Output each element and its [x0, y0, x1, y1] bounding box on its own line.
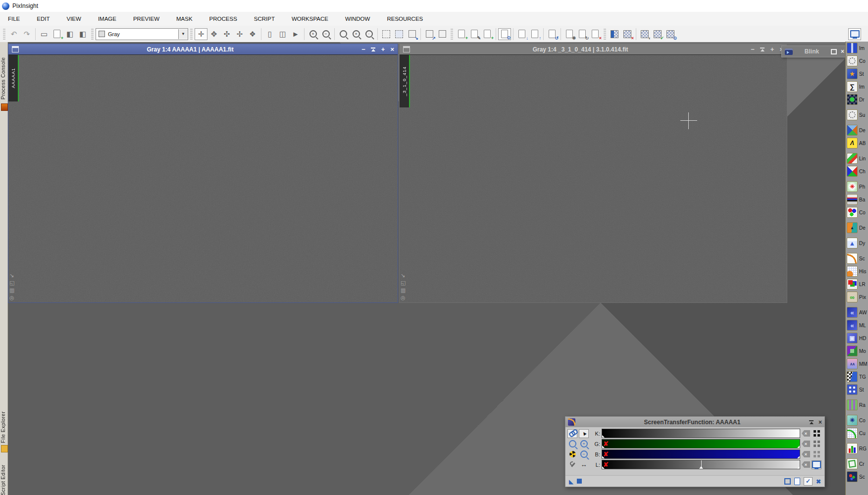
menu-script[interactable]: SCRIPT [254, 16, 275, 22]
process-item[interactable]: Sc [847, 253, 868, 264]
script-editor-tab[interactable]: Script Editor [0, 464, 7, 495]
edit-instance-icon[interactable]: ✎ [468, 28, 481, 40]
process-item[interactable]: Cr [847, 458, 868, 469]
process-item[interactable]: RG [847, 443, 868, 454]
expand-range-button[interactable] [579, 460, 589, 469]
view-tab-2[interactable]: _3_1_0_414 [400, 55, 410, 107]
folder-icon[interactable] [1, 445, 8, 452]
menu-image[interactable]: IMAGE [98, 16, 116, 22]
link-rgb-button[interactable] [567, 429, 577, 438]
process-item[interactable]: HD [847, 333, 868, 344]
enable-mask-icon[interactable]: ✓ [651, 28, 664, 40]
reload-image-icon[interactable]: ↻ [576, 28, 589, 40]
browse-documentation-button[interactable] [794, 478, 800, 485]
close-button[interactable]: × [841, 48, 844, 55]
stf-slider-g[interactable] [602, 439, 800, 448]
close-image-icon[interactable]: × [589, 28, 602, 40]
process-item[interactable]: Co [847, 55, 868, 66]
stf-slider-l[interactable] [602, 460, 800, 469]
menu-preview[interactable]: PREVIEW [133, 16, 159, 22]
stf-slider-k[interactable] [602, 429, 800, 438]
remove-mask-icon[interactable]: × [621, 28, 634, 40]
toolbar-grip[interactable] [3, 29, 5, 40]
toolbar-grip[interactable] [451, 29, 453, 40]
process-item[interactable]: Dr [847, 94, 868, 105]
invert-mask-icon[interactable]: ◐ [638, 28, 651, 40]
zoom-out-icon[interactable]: − [319, 28, 332, 40]
expand-mode-icon[interactable] [207, 28, 220, 40]
screen-rendering-icon[interactable] [848, 28, 861, 40]
zoom-optimal-icon[interactable]: · [362, 28, 375, 40]
image-canvas-1[interactable]: AAAAA1 ↘ ◱ ▥ ◎ [8, 54, 398, 302]
browse-documentation-icon[interactable]: ⊙ [498, 28, 511, 40]
duplicate-preview-icon[interactable] [393, 28, 406, 40]
reset-channel-button[interactable] [802, 441, 810, 447]
file-explorer-tab[interactable]: File Explorer [0, 411, 7, 443]
load-image-icon[interactable]: ↑ [528, 28, 541, 40]
process-item[interactable]: LR [847, 279, 868, 290]
center-view-icon[interactable]: ◎ [9, 295, 14, 300]
process-item[interactable]: AW [847, 307, 868, 318]
screen-rendering-button[interactable] [812, 460, 821, 469]
zoom-button[interactable]: + [770, 46, 774, 53]
process-item[interactable]: Ra [847, 399, 868, 410]
close-button[interactable]: × [390, 46, 394, 53]
add-instance-icon[interactable]: + [481, 28, 494, 40]
stop-icon[interactable] [577, 479, 582, 484]
process-item[interactable]: ML [847, 320, 868, 331]
process-item[interactable]: Pix [847, 292, 868, 302]
menu-view[interactable]: VIEW [67, 16, 81, 22]
contract-mode-icon[interactable] [220, 28, 233, 40]
shade-button[interactable] [809, 420, 814, 424]
zoom-button[interactable]: + [381, 46, 385, 53]
menu-window[interactable]: WINDOW [345, 16, 370, 22]
process-item[interactable]: MM [847, 358, 868, 369]
new-instance-button[interactable] [784, 478, 791, 485]
compass-mode-icon[interactable] [246, 28, 259, 40]
process-item[interactable]: TG [847, 371, 868, 382]
stf-titlebar[interactable]: ScreenTransferFunction: AAAAA1 × [565, 417, 824, 427]
zoom-to-fit-icon[interactable]: + [350, 28, 362, 40]
show-mask-icon[interactable] [608, 28, 621, 40]
zoom-out-button[interactable] [567, 440, 577, 448]
image-mode-2-icon[interactable] [76, 28, 89, 40]
zoom-fit-icon[interactable]: ◱ [401, 280, 406, 286]
toolbar-grip[interactable] [91, 29, 94, 40]
process-item[interactable]: Co [847, 207, 868, 218]
settings-button[interactable] [567, 460, 577, 469]
edit-mode-button[interactable] [579, 429, 589, 438]
channel-grid-button[interactable] [812, 429, 821, 438]
process-console-icon[interactable] [1, 103, 8, 111]
minimize-button[interactable]: − [751, 46, 755, 53]
fit-resize-icon[interactable]: ↘ [401, 273, 406, 278]
new-instance-icon[interactable]: + [455, 28, 468, 40]
channel-grid-button[interactable] [812, 440, 821, 448]
fit-view-icon[interactable] [436, 28, 449, 40]
undo-icon[interactable] [7, 28, 20, 40]
revert-image-icon[interactable]: ↺ [546, 28, 559, 40]
new-image-icon[interactable]: + [51, 28, 63, 40]
menu-mask[interactable]: MASK [176, 16, 193, 22]
shade-button[interactable] [760, 48, 765, 51]
process-item[interactable]: His [847, 266, 868, 277]
zoom-fit-icon[interactable]: ◱ [9, 280, 14, 286]
menu-edit[interactable]: EDIT [37, 16, 50, 22]
process-item[interactable]: Co [847, 415, 868, 426]
minimize-button[interactable]: − [361, 46, 365, 53]
process-item[interactable]: Sc [847, 471, 868, 482]
new-preview-icon[interactable] [380, 28, 393, 40]
dropdown-arrow-icon[interactable]: ▼ [178, 29, 188, 39]
image-settings-icon[interactable]: ✱ [563, 28, 576, 40]
image-canvas-2[interactable]: _3_1_0_414 ↘ ◱ ▥ ◎ [400, 54, 787, 302]
process-item[interactable]: Dy [847, 238, 868, 248]
blink-window-titlebar[interactable]: Blink × [781, 46, 848, 57]
save-image-icon[interactable]: ↓ [515, 28, 528, 40]
process-item[interactable]: Ba [847, 194, 868, 205]
preview-goto-icon[interactable]: ↘ [406, 28, 418, 40]
center-view-icon[interactable]: ◎ [401, 295, 406, 300]
toolbar-grip[interactable] [190, 29, 193, 40]
close-button[interactable]: × [818, 419, 822, 426]
view-tab-1[interactable]: AAAAA1 [8, 55, 19, 101]
fit-window-icon[interactable]: ↗ [423, 28, 436, 40]
process-item[interactable]: Su [847, 109, 868, 120]
